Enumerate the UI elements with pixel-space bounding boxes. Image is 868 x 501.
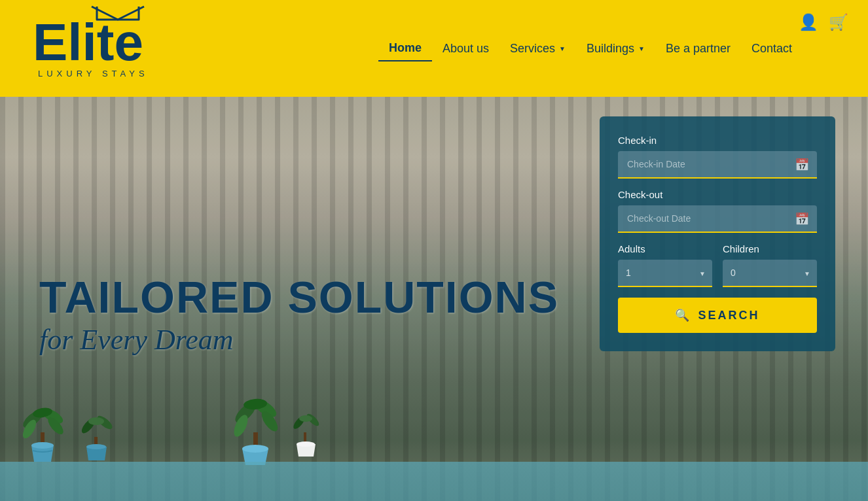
cart-icon[interactable]: 🛒 <box>829 13 848 31</box>
main-nav: Home About us Services ▼ Buildings ▼ Be … <box>378 36 803 61</box>
hero-section: TAILORED SOLUTIONS for Every Dream Check… <box>0 97 868 501</box>
checkout-input-wrap: 📅 <box>618 205 817 233</box>
nav-partner[interactable]: Be a partner <box>655 37 741 61</box>
plant-tall <box>229 390 281 468</box>
plant-small <box>291 409 321 468</box>
children-col: Children 0 1 2 3 4 <box>723 243 817 287</box>
hero-plants-right <box>229 390 321 468</box>
svg-point-8 <box>31 442 54 449</box>
svg-point-13 <box>86 444 106 449</box>
svg-text:LUXURY STAYS: LUXURY STAYS <box>38 69 149 78</box>
nav-about[interactable]: About us <box>432 37 499 61</box>
buildings-chevron-icon: ▼ <box>638 45 645 52</box>
search-icon: 🔍 <box>675 308 691 322</box>
nav-services[interactable]: Services ▼ <box>499 37 576 61</box>
logo-svg: Elite LUXURY STAYS <box>26 1 177 86</box>
search-label: SEARCH <box>698 309 759 322</box>
checkin-input-wrap: 📅 <box>618 151 817 179</box>
adults-label: Adults <box>618 243 712 254</box>
nav-contact[interactable]: Contact <box>741 37 803 61</box>
hero-pool <box>0 462 868 501</box>
svg-point-11 <box>88 417 104 425</box>
svg-text:Elite: Elite <box>33 13 143 71</box>
checkin-input[interactable] <box>618 151 817 179</box>
checkout-calendar-icon: 📅 <box>795 212 809 226</box>
hero-title-line1: TAILORED SOLUTIONS <box>39 274 559 320</box>
children-label: Children <box>723 243 817 254</box>
nav-buildings[interactable]: Buildings ▼ <box>576 37 655 61</box>
svg-point-23 <box>299 415 312 422</box>
header: Elite LUXURY STAYS Home About us Service… <box>0 0 868 97</box>
header-icons: 👤 🛒 <box>799 13 848 31</box>
svg-point-25 <box>297 441 315 447</box>
hero-title-line2: for Every Dream <box>39 323 559 356</box>
plant-mid-left <box>79 409 115 465</box>
adults-select-wrap: 1 2 3 4 5 <box>618 260 712 287</box>
search-button[interactable]: 🔍 SEARCH <box>618 298 817 333</box>
services-chevron-icon: ▼ <box>559 45 566 52</box>
adults-col: Adults 1 2 3 4 5 <box>618 243 712 287</box>
hero-text-block: TAILORED SOLUTIONS for Every Dream <box>39 274 559 356</box>
checkin-label: Check-in <box>618 135 817 146</box>
checkin-calendar-icon: 📅 <box>795 158 809 172</box>
hero-plants <box>20 400 115 465</box>
user-icon[interactable]: 👤 <box>799 13 818 31</box>
adults-select[interactable]: 1 2 3 4 5 <box>618 260 712 287</box>
guests-row: Adults 1 2 3 4 5 Children 0 1 <box>618 243 817 287</box>
plant-left <box>20 400 65 465</box>
children-select-wrap: 0 1 2 3 4 <box>723 260 817 287</box>
checkout-input[interactable] <box>618 205 817 233</box>
booking-card: Check-in 📅 Check-out 📅 Adults 1 2 3 4 <box>600 116 835 351</box>
checkout-label: Check-out <box>618 189 817 200</box>
children-select[interactable]: 0 1 2 3 4 <box>723 260 817 287</box>
svg-point-20 <box>242 445 268 453</box>
logo[interactable]: Elite LUXURY STAYS <box>26 8 177 90</box>
nav-home[interactable]: Home <box>378 36 432 61</box>
